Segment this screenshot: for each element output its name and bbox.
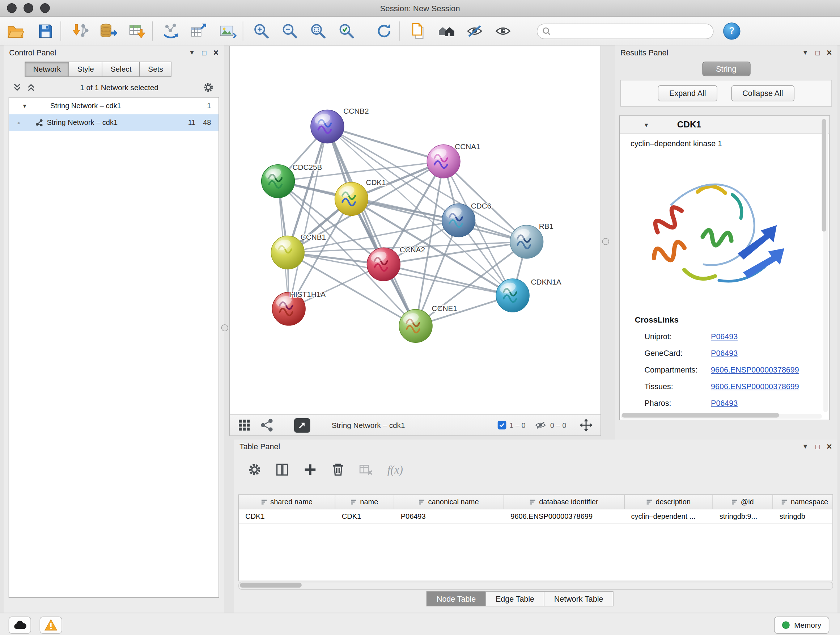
- tab-string[interactable]: String: [702, 62, 750, 76]
- cloud-status-button[interactable]: [9, 616, 31, 633]
- save-session-button[interactable]: [34, 19, 57, 43]
- import-table-from-file-button[interactable]: [126, 19, 148, 43]
- gear-icon[interactable]: [202, 81, 215, 93]
- zoom-fit-button[interactable]: [307, 19, 330, 43]
- network-node-CDC6[interactable]: [442, 204, 475, 237]
- tab-network[interactable]: Network: [25, 62, 69, 76]
- float-menu-icon[interactable]: ▼: [189, 49, 195, 56]
- zoom-out-button[interactable]: [279, 19, 301, 43]
- float-menu-icon[interactable]: ▼: [802, 49, 808, 56]
- network-node-CCNB2[interactable]: [311, 110, 344, 143]
- right-splitter-handle[interactable]: [602, 238, 609, 245]
- column-header-canonical-name[interactable]: canonical name: [394, 495, 504, 509]
- export-view-button[interactable]: [294, 418, 310, 432]
- crosslink-value-link[interactable]: P06493: [711, 399, 737, 407]
- function-builder-button[interactable]: f(x): [387, 463, 403, 477]
- network-edge[interactable]: [289, 126, 327, 309]
- warnings-button[interactable]: [40, 616, 62, 633]
- undock-icon[interactable]: □: [815, 49, 820, 56]
- network-collection-row[interactable]: ▼ String Network – cdk1 1: [9, 98, 218, 114]
- crosslink-value-link[interactable]: P06493: [711, 332, 737, 340]
- network-node-CCNA2[interactable]: [367, 248, 400, 281]
- collapse-all-button[interactable]: Collapse All: [731, 85, 794, 101]
- table-cell[interactable]: stringdb:9...: [713, 509, 773, 524]
- copy-document-button[interactable]: [407, 19, 429, 43]
- network-canvas[interactable]: CCNB2CCNA1CDC25BCDK1CDC6RB1CCNB1CCNA2CDK…: [230, 46, 600, 415]
- table-row[interactable]: CDK1CDK1P064939606.ENSP00000378699cyclin…: [239, 509, 832, 524]
- tab-select[interactable]: Select: [102, 62, 140, 76]
- clone-network-button[interactable]: [159, 19, 182, 43]
- table-horizontal-scrollbar[interactable]: [238, 582, 833, 590]
- table-cell[interactable]: cyclin–dependent ...: [625, 509, 713, 524]
- column-header-namespace[interactable]: namespace: [773, 495, 833, 509]
- column-header-description[interactable]: description: [625, 495, 713, 509]
- help-button[interactable]: ?: [723, 22, 740, 40]
- home-view-button[interactable]: [435, 19, 457, 43]
- memory-button[interactable]: Memory: [774, 616, 829, 633]
- close-panel-icon[interactable]: ×: [827, 442, 832, 451]
- network-node-CCNE1[interactable]: [399, 309, 432, 342]
- table-settings-button[interactable]: [247, 462, 262, 477]
- hidden-eye-icon[interactable]: [534, 419, 547, 432]
- column-header-shared-name[interactable]: shared name: [239, 495, 335, 509]
- network-node-CCNB1[interactable]: [271, 236, 304, 269]
- entry-vertical-scrollbar[interactable]: [823, 117, 828, 412]
- column-header-name[interactable]: name: [335, 495, 394, 509]
- export-image-button[interactable]: [216, 19, 239, 43]
- network-node-CDC25B[interactable]: [262, 165, 295, 198]
- crosslink-value-link[interactable]: P06493: [711, 348, 737, 357]
- table-cell[interactable]: CDK1: [239, 509, 335, 524]
- network-node-RB1[interactable]: [510, 225, 543, 258]
- table-cell[interactable]: 9606.ENSP00000378699: [504, 509, 624, 524]
- tree-expand-icon[interactable]: ▼: [22, 103, 27, 109]
- delete-column-button[interactable]: [331, 462, 346, 477]
- hide-selected-button[interactable]: [463, 19, 486, 43]
- refresh-view-button[interactable]: [373, 19, 395, 43]
- selected-checkbox[interactable]: [498, 421, 507, 429]
- network-row-selected[interactable]: ● String Network – cdk1 11 48: [9, 114, 218, 131]
- crosslink-value-link[interactable]: 9606.ENSP00000378699: [711, 382, 799, 391]
- grid-view-icon[interactable]: [237, 418, 251, 432]
- undock-icon[interactable]: □: [815, 443, 820, 450]
- tab-edge-table[interactable]: Edge Table: [485, 591, 545, 606]
- expand-all-button[interactable]: Expand All: [658, 85, 717, 101]
- left-splitter-handle[interactable]: [221, 325, 228, 331]
- move-crosshair-icon[interactable]: [579, 418, 593, 432]
- birdseye-view-icon[interactable]: [260, 418, 274, 432]
- network-node-CDKN1A[interactable]: [496, 279, 529, 312]
- crosslink-value-link[interactable]: 9606.ENSP00000378699: [711, 365, 799, 374]
- close-panel-icon[interactable]: ×: [213, 48, 218, 57]
- tab-network-table[interactable]: Network Table: [544, 591, 614, 606]
- tab-node-table[interactable]: Node Table: [426, 591, 486, 606]
- column-header-database-identifier[interactable]: database identifier: [504, 495, 624, 509]
- show-columns-button[interactable]: [275, 462, 290, 477]
- column-header--id[interactable]: @id: [713, 495, 773, 509]
- import-network-from-file-button[interactable]: [69, 19, 92, 43]
- expand-all-icon[interactable]: [27, 82, 36, 92]
- new-table-from-network-button[interactable]: [187, 19, 210, 43]
- table-cell[interactable]: P06493: [394, 509, 504, 524]
- float-menu-icon[interactable]: ▼: [802, 443, 808, 450]
- close-panel-icon[interactable]: ×: [827, 48, 832, 57]
- table-cell[interactable]: CDK1: [335, 509, 394, 524]
- zoom-in-button[interactable]: [250, 19, 273, 43]
- open-session-button[interactable]: [4, 19, 27, 43]
- zoom-selected-button[interactable]: [335, 19, 358, 43]
- tab-sets[interactable]: Sets: [140, 62, 172, 76]
- show-all-button[interactable]: [492, 19, 514, 43]
- collapse-all-icon[interactable]: [12, 82, 22, 92]
- result-entry-header[interactable]: ▼ CDK1: [620, 116, 829, 134]
- entry-horizontal-scrollbar[interactable]: [621, 414, 821, 418]
- undock-icon[interactable]: □: [202, 49, 207, 56]
- network-node-CDK1[interactable]: [335, 182, 368, 215]
- create-column-button[interactable]: [303, 462, 317, 477]
- delete-table-button-disabled[interactable]: [358, 462, 373, 477]
- tab-style[interactable]: Style: [69, 62, 103, 76]
- collapse-entry-icon[interactable]: ▼: [644, 121, 649, 128]
- network-edge[interactable]: [327, 126, 416, 326]
- import-network-from-database-button[interactable]: [97, 19, 119, 43]
- search-input[interactable]: [537, 23, 714, 39]
- table-cell[interactable]: stringdb: [773, 509, 833, 524]
- search-text-field[interactable]: [554, 27, 713, 36]
- network-edge[interactable]: [327, 126, 444, 161]
